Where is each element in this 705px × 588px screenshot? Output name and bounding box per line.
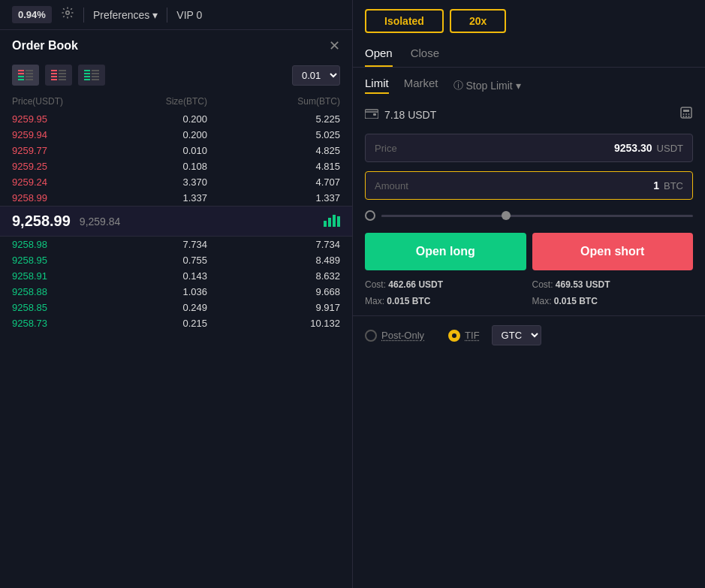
precision-select[interactable]: 0.01 0.1 1: [292, 65, 340, 86]
slider-row: [353, 204, 705, 227]
post-only-option[interactable]: Post-Only: [365, 330, 424, 342]
svg-rect-17: [84, 70, 90, 71]
svg-point-35: [688, 113, 690, 115]
svg-rect-14: [59, 76, 66, 77]
tif-select[interactable]: GTC IOC FOK: [492, 325, 541, 345]
market-tab[interactable]: Market: [404, 77, 438, 94]
chart-icon: [324, 213, 340, 230]
order-type-tabs: Limit Market ⓘ Stop Limit ▾: [353, 68, 705, 100]
mid-price-row: 9,258.99 9,259.84: [0, 206, 352, 237]
divider: [83, 8, 84, 23]
svg-rect-8: [26, 79, 33, 80]
ask-row[interactable]: 9259.95 0.200 5.225: [0, 111, 352, 127]
leverage-tab[interactable]: 20x: [450, 9, 506, 33]
options-row: Post-Only TIF GTC IOC FOK: [353, 315, 705, 354]
svg-rect-21: [84, 76, 90, 77]
ask-row[interactable]: 9259.24 3.370 4.707: [0, 174, 352, 190]
cost-short: Cost: 469.53 USDT: [532, 279, 694, 290]
svg-rect-6: [26, 76, 33, 77]
slider-thumb[interactable]: [502, 211, 511, 220]
wallet-icon: [365, 108, 378, 122]
max-row: Max: 0.015 BTC Max: 0.015 BTC: [353, 293, 705, 309]
post-only-label: Post-Only: [381, 330, 424, 341]
limit-tab[interactable]: Limit: [365, 77, 389, 94]
svg-rect-20: [92, 73, 99, 74]
calculator-icon[interactable]: [679, 106, 693, 123]
svg-point-33: [683, 113, 685, 115]
stop-limit-button[interactable]: ⓘ Stop Limit ▾: [453, 79, 521, 92]
view-asks-button[interactable]: [45, 65, 72, 86]
price-header: Price(USDT): [12, 96, 102, 107]
isolated-tab[interactable]: Isolated: [365, 9, 444, 33]
svg-rect-30: [373, 113, 376, 116]
bid-row[interactable]: 9258.91 0.143 8.632: [0, 268, 352, 284]
slider-start-dot: [365, 210, 375, 221]
open-tab[interactable]: Open: [365, 39, 393, 67]
svg-rect-2: [26, 70, 33, 71]
svg-rect-19: [84, 73, 90, 74]
chevron-down-icon: ▾: [516, 80, 521, 92]
close-button[interactable]: ✕: [329, 39, 340, 53]
svg-rect-32: [683, 110, 689, 112]
post-only-radio[interactable]: [365, 330, 377, 342]
action-buttons: Open long Open short: [353, 227, 705, 276]
tif-radio[interactable]: [448, 330, 460, 342]
open-long-button[interactable]: Open long: [365, 233, 526, 270]
preferences-button[interactable]: Preferences ▾: [93, 9, 158, 21]
ask-row[interactable]: 9258.99 1.337 1.337: [0, 190, 352, 206]
bid-row[interactable]: 9258.85 0.249 9.917: [0, 300, 352, 315]
open-short-button[interactable]: Open short: [532, 233, 694, 270]
svg-rect-13: [51, 76, 57, 77]
order-book-panel: 0.94% Preferences ▾ VIP 0 Order Book ✕: [0, 0, 353, 588]
view-combined-button[interactable]: [12, 65, 39, 86]
svg-rect-24: [92, 79, 99, 80]
top-bar: 0.94% Preferences ▾ VIP 0: [0, 0, 352, 30]
mid-price: 9,258.99: [12, 213, 71, 230]
ask-row[interactable]: 9259.94 0.200 5.025: [0, 127, 352, 143]
bid-row[interactable]: 9258.98 7.734 7.734: [0, 237, 352, 252]
max-short-value: 0.015 BTC: [554, 296, 598, 306]
amount-input-group[interactable]: Amount BTC: [365, 171, 693, 200]
cost-long-value: 462.66 USDT: [388, 279, 443, 290]
bid-row[interactable]: 9258.88 1.036 9.668: [0, 284, 352, 300]
stop-limit-label: Stop Limit: [466, 80, 513, 92]
max-short: Max: 0.015 BTC: [532, 296, 694, 306]
price-label: Price: [375, 143, 614, 154]
tif-option[interactable]: TIF: [448, 330, 480, 342]
percent-badge: 0.94%: [12, 6, 52, 23]
size-header: Size(BTC): [102, 96, 207, 107]
vip-button[interactable]: VIP 0: [176, 9, 202, 21]
settings-icon[interactable]: [61, 6, 74, 23]
svg-rect-28: [337, 216, 340, 227]
ask-row[interactable]: 9259.25 0.108 4.815: [0, 158, 352, 174]
order-book-title: Order Book: [12, 39, 78, 53]
svg-point-0: [66, 11, 70, 15]
svg-rect-10: [59, 70, 66, 71]
info-icon: ⓘ: [453, 79, 463, 92]
price-value: 9253.30: [614, 142, 652, 154]
svg-point-34: [685, 113, 687, 115]
table-header: Price(USDT) Size(BTC) Sum(BTC): [0, 92, 352, 111]
ask-rows: 9259.95 0.200 5.225 9259.94 0.200 5.025 …: [0, 111, 352, 588]
chevron-down-icon: ▾: [152, 9, 158, 21]
balance-row: 7.18 USDT: [353, 100, 705, 129]
bid-row[interactable]: 9258.95 0.755 8.489: [0, 252, 352, 268]
price-input-group[interactable]: Price 9253.30 USDT: [365, 134, 693, 162]
ask-row[interactable]: 9259.77 0.010 4.825: [0, 143, 352, 158]
svg-rect-7: [18, 79, 24, 80]
svg-rect-16: [59, 79, 66, 80]
cost-long: Cost: 462.66 USDT: [365, 279, 526, 290]
amount-input[interactable]: [614, 179, 659, 191]
view-bids-button[interactable]: [78, 65, 105, 86]
svg-point-37: [685, 116, 687, 117]
svg-rect-4: [26, 73, 33, 74]
close-tab[interactable]: Close: [411, 39, 439, 67]
preferences-label: Preferences: [93, 9, 149, 21]
svg-rect-23: [84, 79, 90, 80]
order-book-header: Order Book ✕: [0, 30, 352, 59]
slider-track[interactable]: [381, 215, 693, 217]
bid-row[interactable]: 9258.73 0.215 10.132: [0, 315, 352, 331]
max-long-value: 0.015 BTC: [387, 296, 430, 306]
balance-text: 7.18 USDT: [384, 109, 436, 121]
margin-tabs: Isolated 20x: [353, 0, 705, 39]
